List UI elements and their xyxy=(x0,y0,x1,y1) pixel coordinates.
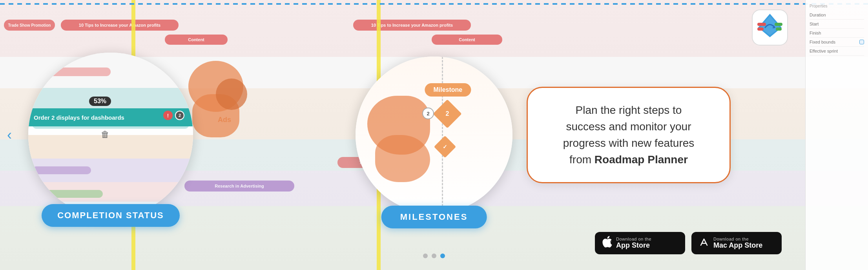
percent-badge: 53% xyxy=(89,97,111,106)
orange-blob-2 xyxy=(375,135,430,182)
app-store-area: Download on the App Store Download on th… xyxy=(595,232,782,254)
mac-store-sub: Download on the xyxy=(713,237,762,241)
app-icon xyxy=(750,8,790,47)
diamond-number: 2 xyxy=(437,104,458,124)
bg-bar-1: 10 Tips to Increase your Amazon profits xyxy=(61,20,179,31)
apple-icon xyxy=(602,236,612,250)
panel-row-start: Start xyxy=(810,20,864,29)
panel-row-duration: Duration xyxy=(810,11,864,20)
panel-row-finish: Finish xyxy=(810,29,864,38)
milestones-btn-wrapper: MILESTONES xyxy=(381,206,487,228)
dot-3[interactable] xyxy=(440,254,445,258)
panel-title: Properties xyxy=(810,4,864,11)
svg-rect-4 xyxy=(757,27,764,31)
panel-row-sprint: Effective sprint xyxy=(810,47,864,56)
diamond-label: 2 xyxy=(437,104,458,124)
bg-bar-4: Content xyxy=(432,35,502,45)
lc-bg-pill-4 xyxy=(32,190,103,198)
notification-dot: ! xyxy=(163,111,173,120)
pagination-dots xyxy=(423,254,445,258)
mac-store-title: Mac App Store xyxy=(713,241,762,250)
badge-number: 2 xyxy=(175,111,184,120)
panel-label-start: Start xyxy=(810,22,819,26)
completion-status-btn-wrapper: COMPLETION STATUS xyxy=(28,216,193,227)
check-diamond: ✓ xyxy=(437,139,453,155)
bg-bar-research: Research in Advertising xyxy=(184,181,294,192)
panel-label-duration: Duration xyxy=(810,13,826,17)
check-label: ✓ xyxy=(437,139,453,155)
task-label: Order 2 displays for dashboards xyxy=(34,114,124,121)
lc-bg-pill-1 xyxy=(32,68,111,76)
bg-bar-2: Content xyxy=(165,35,228,45)
panel-label-fixed: Fixed bounds xyxy=(810,40,835,44)
milestone-label: Milestone xyxy=(425,83,471,97)
bg-bar-trade-show: Trade Show Promotion xyxy=(4,20,55,31)
bg-bar-3: 10 Tips to Increase your Amazon profits xyxy=(353,20,471,31)
right-properties-panel: Properties Duration Start Finish Fixed b… xyxy=(805,0,868,270)
diamond-number-wrapper: 2 2 xyxy=(437,104,458,124)
panel-label-finish: Finish xyxy=(810,31,821,35)
dot-1[interactable] xyxy=(423,254,428,258)
completion-status-button[interactable]: COMPLETION STATUS xyxy=(42,204,180,227)
info-text-brand: Roadmap Planner xyxy=(594,153,688,166)
dotted-line-top xyxy=(0,3,868,5)
svg-rect-5 xyxy=(775,23,782,26)
circle-num: 2 xyxy=(422,108,434,119)
svg-rect-6 xyxy=(776,27,782,31)
info-text: Plan the right steps tosuccess and monit… xyxy=(545,102,712,168)
fixed-bounds-checkbox[interactable] xyxy=(859,40,864,44)
ios-store-text: Download on the App Store xyxy=(616,237,651,250)
info-box: Plan the right steps tosuccess and monit… xyxy=(527,87,731,183)
panel-row-fixed: Fixed bounds xyxy=(810,38,864,47)
info-text-plan: Plan xyxy=(576,104,601,116)
svg-rect-3 xyxy=(757,23,766,26)
nav-arrow-left[interactable]: ‹ xyxy=(7,127,12,143)
trash-icon: 🗑 xyxy=(101,130,109,140)
mac-store-text: Download on the Mac App Store xyxy=(713,237,762,250)
left-circle: 53% Order 2 displays for dashboards ! 2 … xyxy=(28,53,193,217)
mac-icon xyxy=(698,237,709,250)
lc-bg-pill-3 xyxy=(32,166,91,174)
ios-app-store-button[interactable]: Download on the App Store xyxy=(595,232,685,254)
center-circle: Milestone 2 2 ✓ xyxy=(356,57,512,213)
mac-app-store-button[interactable]: Download on the Mac App Store xyxy=(691,232,782,254)
milestones-button[interactable]: MILESTONES xyxy=(381,206,487,228)
ios-store-sub: Download on the xyxy=(616,237,651,241)
lc-row-peach xyxy=(28,135,193,159)
dot-2[interactable] xyxy=(432,254,436,258)
center-dashed-line xyxy=(442,57,443,213)
check-diamond-wrapper: ✓ xyxy=(437,139,453,155)
panel-label-sprint: Effective sprint xyxy=(810,49,838,53)
ios-store-title: App Store xyxy=(616,241,651,250)
